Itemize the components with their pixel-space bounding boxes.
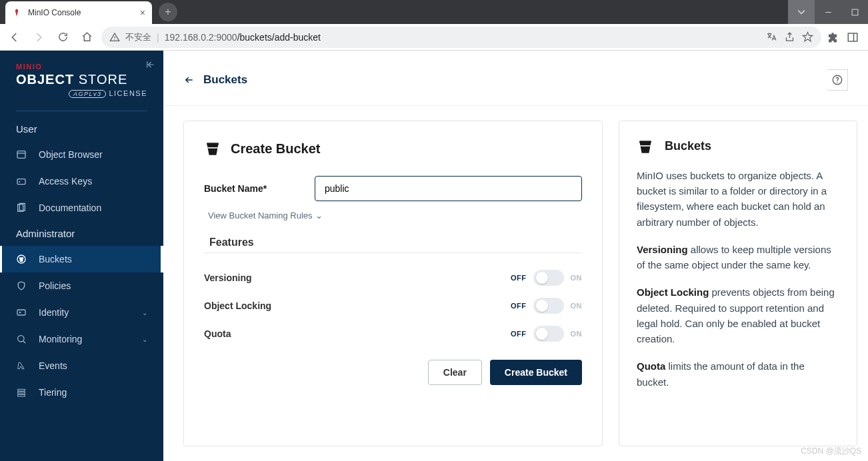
extensions-icon[interactable] [827,31,839,43]
tab-close-icon[interactable]: × [140,7,145,18]
maximize-button[interactable] [841,0,868,24]
feature-quota: Quota OFF ON [204,320,582,348]
svg-line-17 [23,341,25,343]
tiering-icon [16,387,28,398]
main: Buckets Create Bucket Bucket Name* View … [163,51,868,461]
info-heading: Buckets [665,137,711,156]
svg-rect-23 [207,143,218,145]
sidebar-item-label: Buckets [39,254,72,264]
back-button[interactable] [5,28,24,47]
sidebar-item-tiering[interactable]: Tiering [0,379,163,406]
sidebar-item-label: Tiering [39,387,67,398]
browser-icon [16,149,28,160]
chevron-down-icon: ⌄ [142,336,147,343]
sidebar: MINIO OBJECT STORE AGPLv3LICENSE User Ob… [0,51,163,461]
clear-button[interactable]: Clear [428,360,482,385]
feature-versioning: Versioning OFF ON [204,264,582,292]
info-paragraph: Versioning allows to keep multiple versi… [637,242,839,273]
doc-icon [16,203,28,213]
svg-rect-25 [639,141,651,143]
sidebar-item-events[interactable]: Events [0,352,163,379]
new-tab-button[interactable]: + [159,3,177,21]
brand-minio: MINIO [16,63,147,71]
feature-label: Quota [204,328,231,339]
key-icon [16,176,28,187]
browser-toolbar: 不安全 | 192.168.0.2:9000/buckets/add-bucke… [0,24,868,51]
forward-button[interactable] [29,28,48,47]
bucket-large-icon [204,140,221,157]
on-label: ON [571,302,583,310]
help-button[interactable] [827,69,848,91]
sidebar-item-label: Events [39,360,67,371]
bucket-name-row: Bucket Name* [204,176,582,201]
svg-rect-19 [18,392,25,394]
url-text: 192.168.0.2:9000/buckets/add-bucket [165,32,321,43]
collapse-sidebar-icon[interactable] [146,60,155,69]
svg-point-16 [18,336,24,342]
sidebar-item-label: Access Keys [39,176,92,187]
features-heading: Features [209,236,582,248]
svg-point-22 [837,82,838,83]
home-button[interactable] [77,28,96,47]
form-heading: Create Bucket [231,141,321,157]
translate-icon[interactable] [766,31,777,43]
side-panel-icon[interactable] [847,31,859,43]
off-label: OFF [511,302,527,310]
card-head: Create Bucket [204,140,582,157]
section-admin: Administrator [0,221,163,246]
minio-favicon-icon [12,7,23,18]
address-bar[interactable]: 不安全 | 192.168.0.2:9000/buckets/add-bucke… [101,27,821,48]
extension-area [827,31,863,43]
security-label: 不安全 [125,31,151,43]
browser-tab[interactable]: MinIO Console × [5,1,152,24]
naming-rules-link[interactable]: View Bucket Naming Rules ⌄ [208,211,323,221]
brand-object-store: OBJECT STORE [16,72,147,87]
sidebar-item-buckets[interactable]: Buckets [0,246,163,272]
versioning-toggle-group: OFF ON [511,270,582,286]
info-card: Buckets MinIO uses buckets to organize o… [619,121,857,446]
lambda-icon [16,360,28,371]
svg-rect-14 [17,310,25,315]
reload-button[interactable] [53,28,72,47]
logo: MINIO OBJECT STORE AGPLv3LICENSE [0,60,163,105]
sidebar-item-label: Monitoring [39,334,82,344]
svg-rect-7 [17,151,25,159]
minimize-button[interactable] [815,0,841,24]
quota-toggle[interactable] [533,326,564,342]
insecure-warning-icon [109,32,120,43]
svg-point-15 [19,312,21,314]
tab-title: MinIO Console [28,8,135,17]
create-bucket-button[interactable]: Create Bucket [490,360,582,385]
sidebar-item-policies[interactable]: Policies [0,272,163,299]
share-icon[interactable] [784,31,795,43]
page-back-button[interactable] [183,75,195,85]
sidebar-item-label: Object Browser [39,149,103,160]
svg-rect-20 [18,394,25,396]
feature-label: Versioning [204,272,252,283]
on-label: ON [571,330,583,338]
on-label: ON [571,274,583,282]
divider [204,252,582,253]
tab-strip: MinIO Console × + [0,0,868,24]
bookmark-icon[interactable] [802,31,813,43]
svg-rect-4 [848,33,857,41]
info-paragraph: Quota limits the amount of data in the b… [637,358,839,390]
bucket-icon [16,254,28,264]
tab-search-button[interactable] [788,0,815,24]
sidebar-item-access-keys[interactable]: Access Keys [0,168,163,195]
content: Create Bucket Bucket Name* View Bucket N… [163,106,868,461]
versioning-toggle[interactable] [533,270,564,286]
sidebar-item-documentation[interactable]: Documentation [0,195,163,221]
page-title: Buckets [203,73,247,87]
sidebar-item-object-browser[interactable]: Object Browser [0,141,163,168]
quota-toggle-group: OFF ON [511,326,582,342]
monitoring-icon [16,334,28,344]
object-locking-toggle[interactable] [533,298,564,314]
page-header: Buckets [163,51,868,106]
sidebar-item-identity[interactable]: Identity ⌄ [0,299,163,326]
svg-point-10 [19,181,20,183]
shield-icon [16,280,28,291]
bucket-name-input[interactable] [315,176,582,201]
sidebar-item-monitoring[interactable]: Monitoring ⌄ [0,326,163,352]
chevron-down-icon: ⌄ [315,211,323,221]
